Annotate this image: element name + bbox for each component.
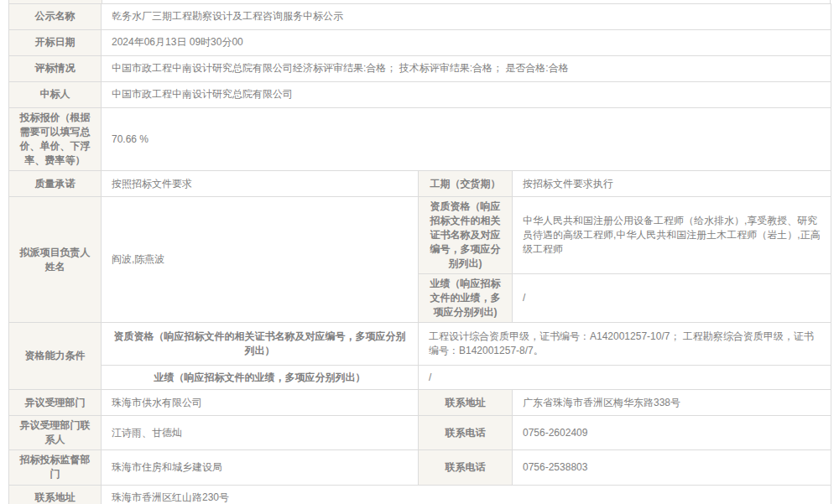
bid-open-date-label: 开标日期 xyxy=(9,30,102,56)
capability-qualification-label: 资质资格（响应招标文件的相关证书名称及对应编号，多项应分别列出） xyxy=(102,323,419,366)
bid-open-date-value: 2024年06月13日 09时30分00 xyxy=(102,30,831,56)
row-objection-contact: 异议受理部门联系人 江诗雨、甘德灿 联系电话 0756-2602409 xyxy=(9,416,831,450)
bid-announcement-table: 公示名称 乾务水厂三期工程勘察设计及工程咨询服务中标公示 开标日期 2024年0… xyxy=(8,3,831,504)
objection-dept-address-label: 联系地址 xyxy=(419,390,513,416)
announcement-table-container: 公示名称 乾务水厂三期工程勘察设计及工程咨询服务中标公示 开标日期 2024年0… xyxy=(8,0,831,504)
row-publicity-name: 公示名称 乾务水厂三期工程勘察设计及工程咨询服务中标公示 xyxy=(9,4,831,30)
capability-qualification-value: 工程设计综合资质甲级，证书编号：A142001257-10/7； 工程勘察综合资… xyxy=(419,323,831,366)
contact-address-label: 联系地址 xyxy=(9,485,102,504)
row-evaluation: 评标情况 中国市政工程中南设计研究总院有限公司经济标评审结果:合格； 技术标评审… xyxy=(9,56,831,82)
quality-commitment-label: 质量承诺 xyxy=(9,171,102,197)
leader-performance-value: / xyxy=(513,274,831,323)
row-proposed-leader-qualification: 拟派项目负责人姓名 阎波,陈燕波 资质资格（响应招标文件的相关证书名称及对应编号… xyxy=(9,197,831,274)
objection-phone-value: 0756-2602409 xyxy=(513,416,831,450)
capability-performance-label: 业绩（响应招标文件的业绩，多项应分别列出） xyxy=(102,366,419,390)
row-capability-qualification: 资格能力条件 资质资格（响应招标文件的相关证书名称及对应编号，多项应分别列出） … xyxy=(9,323,831,366)
bid-price-value: 70.66 % xyxy=(102,108,831,171)
supervision-phone-label: 联系电话 xyxy=(419,450,513,485)
proposed-leader-value: 阎波,陈燕波 xyxy=(102,197,419,323)
objection-dept-address-value: 广东省珠海市香洲区梅华东路338号 xyxy=(513,390,831,416)
leader-qualification-label: 资质资格（响应招标文件的相关证书名称及对应编号，多项应分别列出) xyxy=(419,197,513,274)
publicity-name-label: 公示名称 xyxy=(9,4,102,30)
capability-label: 资格能力条件 xyxy=(9,323,102,390)
row-supervision-dept: 招标投标监督部门 珠海市住房和城乡建设局 联系电话 0756-2538803 xyxy=(9,450,831,485)
bid-price-label: 投标报价（根据需要可以填写总价、单价、下浮率、费率等） xyxy=(9,108,102,171)
objection-contact-person-value: 江诗雨、甘德灿 xyxy=(102,416,419,450)
contact-address-value: 珠海市香洲区红山路230号 xyxy=(102,485,831,504)
duration-label: 工期（交货期） xyxy=(419,171,513,197)
capability-performance-value: / xyxy=(419,366,831,390)
objection-dept-label: 异议受理部门 xyxy=(9,390,102,416)
leader-qualification-value: 中华人民共和国注册公用设备工程师（给水排水）,享受教授、研究员待遇的高级工程师,… xyxy=(513,197,831,274)
evaluation-label: 评标情况 xyxy=(9,56,102,82)
leader-performance-label: 业绩（响应招标文件的业绩，多项应分别列出) xyxy=(419,274,513,323)
supervision-dept-label: 招标投标监督部门 xyxy=(9,450,102,485)
evaluation-value: 中国市政工程中南设计研究总院有限公司经济标评审结果:合格； 技术标评审结果:合格… xyxy=(102,56,831,82)
supervision-dept-value: 珠海市住房和城乡建设局 xyxy=(102,450,419,485)
winner-label: 中标人 xyxy=(9,82,102,108)
objection-phone-label: 联系电话 xyxy=(419,416,513,450)
table-top-partial-row xyxy=(8,0,831,3)
objection-dept-value: 珠海市供水有限公司 xyxy=(102,390,419,416)
publicity-name-value: 乾务水厂三期工程勘察设计及工程咨询服务中标公示 xyxy=(102,4,831,30)
row-capability-performance: 业绩（响应招标文件的业绩，多项应分别列出） / xyxy=(9,366,831,390)
row-contact-address: 联系地址 珠海市香洲区红山路230号 xyxy=(9,485,831,504)
table-top-partial-label-cell xyxy=(9,0,102,3)
row-quality-duration: 质量承诺 按照招标文件要求 工期（交货期） 按招标文件要求执行 xyxy=(9,171,831,197)
supervision-phone-value: 0756-2538803 xyxy=(513,450,831,485)
proposed-leader-label: 拟派项目负责人姓名 xyxy=(9,197,102,323)
row-objection-dept: 异议受理部门 珠海市供水有限公司 联系地址 广东省珠海市香洲区梅华东路338号 xyxy=(9,390,831,416)
row-winner: 中标人 中国市政工程中南设计研究总院有限公司 xyxy=(9,82,831,108)
objection-contact-person-label: 异议受理部门联系人 xyxy=(9,416,102,450)
quality-commitment-value: 按照招标文件要求 xyxy=(102,171,419,197)
duration-value: 按招标文件要求执行 xyxy=(513,171,831,197)
winner-value: 中国市政工程中南设计研究总院有限公司 xyxy=(102,82,831,108)
row-bid-price: 投标报价（根据需要可以填写总价、单价、下浮率、费率等） 70.66 % xyxy=(9,108,831,171)
row-bid-open-date: 开标日期 2024年06月13日 09时30分00 xyxy=(9,30,831,56)
